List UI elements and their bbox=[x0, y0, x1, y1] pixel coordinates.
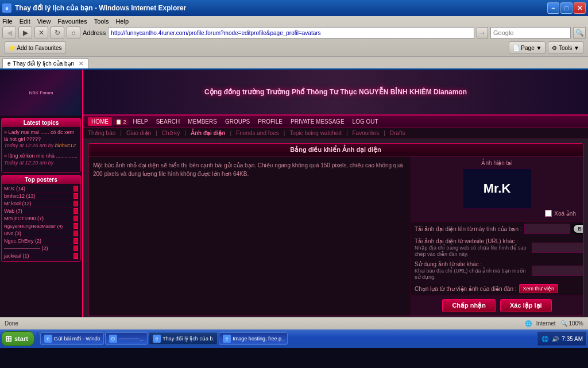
nav-search[interactable]: SEARCH bbox=[153, 117, 184, 126]
site-input[interactable] bbox=[532, 266, 583, 276]
browse-button[interactable]: Browse... bbox=[572, 224, 583, 234]
poster-link[interactable]: Mr.K (14) bbox=[4, 186, 25, 191]
poster-bar bbox=[74, 208, 78, 214]
gallery-button[interactable]: Xem thư viện bbox=[519, 284, 559, 293]
taskbar-icon-2: ⊙ bbox=[109, 335, 117, 343]
page-button[interactable]: 📄 Page ▼ bbox=[509, 41, 546, 54]
taskbar-item-ie2[interactable]: ⊙ ————... bbox=[105, 332, 148, 345]
top-posters-content: Mr.K (14) binhvc12 (13) Mr.kool (12) Wab… bbox=[2, 184, 80, 261]
close-button[interactable]: ✕ bbox=[574, 2, 586, 14]
back-button[interactable]: ◀ bbox=[2, 26, 16, 39]
breadcrumb-thongbao[interactable]: Thống báo bbox=[88, 130, 115, 136]
nav-help[interactable]: HELP bbox=[130, 117, 152, 126]
upload-label: Tải ảnh đại diện lên từ máy tính của bạn… bbox=[415, 226, 522, 232]
poster-bar bbox=[74, 253, 78, 259]
top-posters-section: Top posters Mr.K (14) binhvc12 (13) Mr.k… bbox=[1, 175, 81, 262]
nav-members[interactable]: MEMBERS bbox=[184, 117, 220, 126]
menu-view[interactable]: View bbox=[37, 18, 51, 25]
accept-button[interactable]: Chấp nhận bbox=[442, 299, 496, 312]
tab-label: Thay đổi lý lịch của bạn bbox=[13, 60, 75, 67]
forum-banner: Cộng đồng trường Trường Phổ Thông Tư Thụ… bbox=[83, 70, 588, 116]
poster-link[interactable]: Mr.kool (12) bbox=[4, 201, 32, 206]
sidebar-banner: NBK Forum bbox=[0, 70, 82, 116]
search-bar: 🔍 bbox=[490, 27, 586, 39]
poster-link[interactable]: jackieal (1) bbox=[4, 253, 29, 259]
start-icon: ⊞ bbox=[5, 334, 12, 343]
taskbar-label-2: ————... bbox=[119, 336, 144, 342]
taskbar-label-1: Gửi bài mới - Window... bbox=[54, 336, 100, 342]
address-input[interactable]: http://funnycantho.4runer.com/profile.fo… bbox=[108, 27, 474, 39]
menu-tools[interactable]: Tools bbox=[94, 18, 109, 25]
start-button[interactable]: ⊞ start bbox=[1, 331, 34, 346]
go-button[interactable]: → bbox=[477, 27, 488, 39]
breadcrumb-avatar[interactable]: Ảnh đại diện bbox=[191, 130, 226, 136]
menu-edit[interactable]: Edit bbox=[20, 18, 30, 25]
list-item: ——————— (2) bbox=[3, 245, 79, 252]
poster-link[interactable]: ——————— (2) bbox=[4, 246, 48, 251]
nav-groups[interactable]: GROUPS bbox=[222, 117, 253, 126]
active-tab[interactable]: e Thay đổi lý lịch của bạn ✕ bbox=[2, 58, 88, 68]
poster-link[interactable]: uNo (3) bbox=[4, 231, 21, 236]
status-zoom: 🔍 100% bbox=[560, 320, 583, 327]
add-favorites-button[interactable]: ⭐ Add to Favourites bbox=[5, 41, 66, 54]
list-item: Ngoc.ChErry (2) bbox=[3, 237, 79, 245]
sep: | bbox=[156, 130, 157, 136]
menu-file[interactable]: File bbox=[2, 18, 13, 25]
status-zone-icon: 🌐 bbox=[525, 320, 532, 327]
site-label: Sử dụng ảnh từ site khác :Khai báo địa c… bbox=[415, 261, 529, 280]
avatar-display: Ảnh hiện tại Mr.K Xoá ảnh bbox=[411, 156, 583, 222]
forward-button[interactable]: ▶ bbox=[18, 26, 32, 39]
menu-favourites[interactable]: Favourites bbox=[57, 18, 87, 25]
url-input[interactable] bbox=[532, 243, 583, 253]
list-item: Wab (7) bbox=[3, 208, 79, 215]
post-link-1[interactable]: » Lady mai mai ...... có đc xem là hot g… bbox=[4, 129, 74, 142]
poster-link[interactable]: NguyenHungHeadMaster (4) bbox=[4, 224, 63, 229]
poster-link[interactable]: MrSjnCT1990 (7) bbox=[4, 216, 44, 221]
nav-pm[interactable]: PRIVATE MESSAGE bbox=[287, 117, 348, 126]
nav-profile[interactable]: PROFILE bbox=[254, 117, 286, 126]
remove-checkbox[interactable] bbox=[545, 210, 552, 217]
list-item: Mr.K (14) bbox=[3, 185, 79, 193]
breadcrumb-giaodien[interactable]: Giao diện bbox=[126, 130, 151, 136]
taskbar-item-ie4[interactable]: e Image hosting, free p... bbox=[219, 332, 288, 345]
taskbar-item-ie3[interactable]: e Thay đổi lý lịch của b... bbox=[149, 332, 218, 345]
minimize-button[interactable]: − bbox=[547, 2, 559, 14]
tab-close[interactable]: ✕ bbox=[79, 60, 83, 67]
url-label: Tải ảnh đại diện từ website (URL) khác :… bbox=[415, 238, 529, 257]
nav-logout[interactable]: LOG OUT bbox=[349, 117, 382, 126]
maximize-button[interactable]: □ bbox=[560, 2, 572, 14]
stop-button[interactable]: ✕ bbox=[34, 26, 48, 39]
nav-home[interactable]: HOME bbox=[88, 117, 112, 126]
taskbar-icon-4: e bbox=[223, 335, 231, 343]
poster-link[interactable]: Ngoc.ChErry (2) bbox=[4, 238, 41, 244]
latest-topics-title: Latest topics bbox=[2, 118, 80, 127]
poster-bar bbox=[74, 231, 78, 236]
taskbar-label-4: Image hosting, free p... bbox=[233, 336, 284, 342]
upload-input[interactable] bbox=[524, 224, 570, 234]
top-posters-title: Top posters bbox=[2, 175, 80, 184]
taskbar-item-ie1[interactable]: e Gửi bài mới - Window... bbox=[40, 332, 104, 345]
poster-link[interactable]: Wab (7) bbox=[4, 208, 22, 214]
list-item: NguyenHungHeadMaster (4) bbox=[3, 223, 79, 230]
tools-button[interactable]: ⚙ Tools ▼ bbox=[548, 41, 583, 54]
breadcrumb-topics[interactable]: Topic being watched bbox=[289, 130, 342, 136]
menu-help[interactable]: Help bbox=[115, 18, 129, 25]
reset-button[interactable]: Xác lập lại bbox=[500, 299, 552, 312]
home-button[interactable]: ⌂ bbox=[67, 26, 80, 39]
refresh-button[interactable]: ↻ bbox=[51, 26, 64, 39]
forum-banner-title: Cộng đồng trường Trường Phổ Thông Tư Thụ… bbox=[204, 88, 467, 96]
search-input[interactable] bbox=[490, 27, 571, 39]
menu-bar: File Edit View Favourites Tools Help bbox=[2, 17, 586, 25]
breadcrumb-friends[interactable]: Friends and foes bbox=[236, 130, 279, 136]
sep: | bbox=[230, 130, 232, 136]
post-link-2[interactable]: » lăng xê kon mio nhà ............... bbox=[4, 153, 78, 159]
remove-row: Xoá ảnh bbox=[541, 209, 579, 218]
poster-bar bbox=[74, 193, 78, 199]
search-button[interactable]: 🔍 bbox=[573, 27, 586, 39]
poster-link[interactable]: binhvc12 (13) bbox=[4, 193, 36, 199]
breadcrumb-favourites[interactable]: Favourites bbox=[353, 130, 380, 136]
list-item: binhvc12 (13) bbox=[3, 193, 79, 200]
breadcrumb-drafts[interactable]: Drafts bbox=[390, 130, 405, 136]
breadcrumb-chuky[interactable]: Chữ ký bbox=[162, 130, 180, 136]
panel-body: Một bức ảnh nhỏ đại diện sẽ hiển thị bên… bbox=[88, 156, 583, 316]
